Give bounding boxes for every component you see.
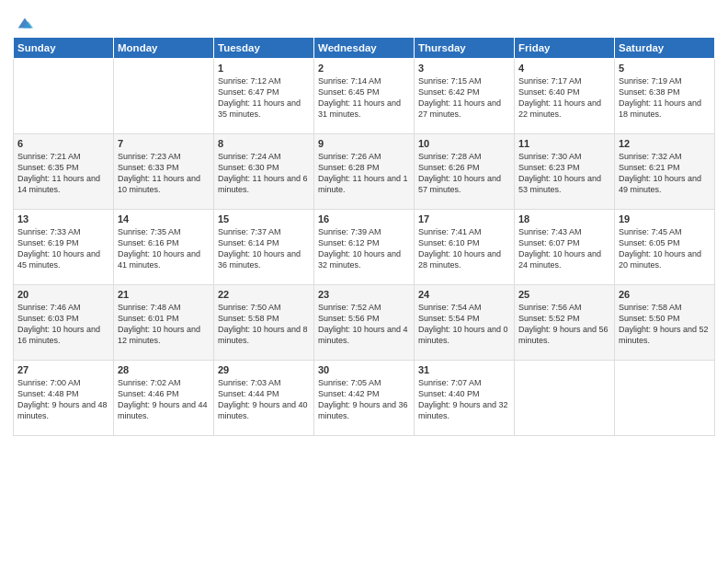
cell-info: Sunrise: 7:37 AMSunset: 6:14 PMDaylight:… <box>218 226 310 271</box>
day-number: 15 <box>218 213 310 224</box>
weekday-header-tuesday: Tuesday <box>214 38 314 59</box>
cell-info: Sunrise: 7:48 AMSunset: 6:01 PMDaylight:… <box>118 302 210 347</box>
day-number: 18 <box>518 213 610 224</box>
weekday-header-thursday: Thursday <box>415 38 515 59</box>
cell-info: Sunrise: 7:54 AMSunset: 5:54 PMDaylight:… <box>418 302 510 347</box>
day-number: 13 <box>17 213 109 224</box>
day-number: 17 <box>418 213 510 224</box>
calendar-table: SundayMondayTuesdayWednesdayThursdayFrid… <box>13 37 715 436</box>
day-number: 5 <box>619 63 711 74</box>
cell-info: Sunrise: 7:28 AMSunset: 6:26 PMDaylight:… <box>418 151 510 196</box>
cell-info: Sunrise: 7:15 AMSunset: 6:42 PMDaylight:… <box>418 75 510 121</box>
cell-info: Sunrise: 7:12 AMSunset: 6:47 PMDaylight:… <box>218 75 310 121</box>
day-number: 28 <box>118 364 210 375</box>
calendar-cell: 30Sunrise: 7:05 AMSunset: 4:42 PMDayligh… <box>314 361 415 436</box>
weekday-header-saturday: Saturday <box>615 38 715 59</box>
week-row-4: 20Sunrise: 7:46 AMSunset: 6:03 PMDayligh… <box>14 285 715 361</box>
calendar-cell: 9Sunrise: 7:26 AMSunset: 6:28 PMDaylight… <box>314 134 415 210</box>
day-number: 11 <box>518 138 610 149</box>
day-number: 21 <box>118 289 210 300</box>
day-number: 20 <box>17 289 109 300</box>
day-number: 22 <box>218 289 310 300</box>
calendar-cell: 6Sunrise: 7:21 AMSunset: 6:35 PMDaylight… <box>14 134 114 210</box>
cell-info: Sunrise: 7:21 AMSunset: 6:35 PMDaylight:… <box>17 151 109 196</box>
calendar-cell: 10Sunrise: 7:28 AMSunset: 6:26 PMDayligh… <box>415 134 515 210</box>
day-number: 16 <box>318 213 410 224</box>
day-number: 30 <box>318 364 410 375</box>
cell-info: Sunrise: 7:45 AMSunset: 6:05 PMDaylight:… <box>619 226 711 271</box>
calendar-cell <box>114 59 214 134</box>
calendar-cell: 5Sunrise: 7:19 AMSunset: 6:38 PMDaylight… <box>615 59 715 134</box>
calendar-cell: 27Sunrise: 7:00 AMSunset: 4:48 PMDayligh… <box>14 361 114 436</box>
day-number: 2 <box>318 63 410 74</box>
day-number: 6 <box>17 138 109 149</box>
weekday-header-sunday: Sunday <box>14 38 114 59</box>
weekday-header-wednesday: Wednesday <box>314 38 415 59</box>
header <box>13 9 715 31</box>
calendar-cell: 13Sunrise: 7:33 AMSunset: 6:19 PMDayligh… <box>14 210 114 285</box>
day-number: 26 <box>619 289 711 300</box>
day-number: 10 <box>418 138 510 149</box>
calendar-cell <box>14 59 114 134</box>
calendar-cell: 2Sunrise: 7:14 AMSunset: 6:45 PMDaylight… <box>314 59 415 134</box>
weekday-header-row: SundayMondayTuesdayWednesdayThursdayFrid… <box>14 38 715 59</box>
calendar-cell: 1Sunrise: 7:12 AMSunset: 6:47 PMDaylight… <box>214 59 314 134</box>
logo <box>13 13 35 31</box>
calendar-cell: 28Sunrise: 7:02 AMSunset: 4:46 PMDayligh… <box>114 361 214 436</box>
day-number: 23 <box>318 289 410 300</box>
cell-info: Sunrise: 7:05 AMSunset: 4:42 PMDaylight:… <box>318 377 410 422</box>
day-number: 19 <box>619 213 711 224</box>
week-row-3: 13Sunrise: 7:33 AMSunset: 6:19 PMDayligh… <box>14 210 715 285</box>
week-row-5: 27Sunrise: 7:00 AMSunset: 4:48 PMDayligh… <box>14 361 715 436</box>
weekday-header-friday: Friday <box>515 38 615 59</box>
cell-info: Sunrise: 7:02 AMSunset: 4:46 PMDaylight:… <box>118 377 210 422</box>
cell-info: Sunrise: 7:32 AMSunset: 6:21 PMDaylight:… <box>619 151 711 196</box>
calendar-cell: 20Sunrise: 7:46 AMSunset: 6:03 PMDayligh… <box>14 285 114 361</box>
cell-info: Sunrise: 7:24 AMSunset: 6:30 PMDaylight:… <box>218 151 310 196</box>
calendar-cell: 11Sunrise: 7:30 AMSunset: 6:23 PMDayligh… <box>515 134 615 210</box>
day-number: 24 <box>418 289 510 300</box>
weekday-header-monday: Monday <box>114 38 214 59</box>
day-number: 12 <box>619 138 711 149</box>
cell-info: Sunrise: 7:26 AMSunset: 6:28 PMDaylight:… <box>318 151 410 196</box>
cell-info: Sunrise: 7:58 AMSunset: 5:50 PMDaylight:… <box>619 302 711 347</box>
cell-info: Sunrise: 7:23 AMSunset: 6:33 PMDaylight:… <box>118 151 210 196</box>
cell-info: Sunrise: 7:14 AMSunset: 6:45 PMDaylight:… <box>318 75 410 121</box>
calendar-cell: 12Sunrise: 7:32 AMSunset: 6:21 PMDayligh… <box>615 134 715 210</box>
cell-info: Sunrise: 7:52 AMSunset: 5:56 PMDaylight:… <box>318 302 410 347</box>
calendar-cell <box>515 361 615 436</box>
day-number: 8 <box>218 138 310 149</box>
calendar-cell: 21Sunrise: 7:48 AMSunset: 6:01 PMDayligh… <box>114 285 214 361</box>
calendar-cell: 15Sunrise: 7:37 AMSunset: 6:14 PMDayligh… <box>214 210 314 285</box>
week-row-1: 1Sunrise: 7:12 AMSunset: 6:47 PMDaylight… <box>14 59 715 134</box>
day-number: 31 <box>418 364 510 375</box>
cell-info: Sunrise: 7:41 AMSunset: 6:10 PMDaylight:… <box>418 226 510 271</box>
cell-info: Sunrise: 7:46 AMSunset: 6:03 PMDaylight:… <box>17 302 109 347</box>
calendar-cell: 25Sunrise: 7:56 AMSunset: 5:52 PMDayligh… <box>515 285 615 361</box>
cell-info: Sunrise: 7:07 AMSunset: 4:40 PMDaylight:… <box>418 377 510 422</box>
calendar-cell <box>615 361 715 436</box>
cell-info: Sunrise: 7:39 AMSunset: 6:12 PMDaylight:… <box>318 226 410 271</box>
cell-info: Sunrise: 7:50 AMSunset: 5:58 PMDaylight:… <box>218 302 310 347</box>
cell-info: Sunrise: 7:00 AMSunset: 4:48 PMDaylight:… <box>17 377 109 422</box>
calendar-cell: 18Sunrise: 7:43 AMSunset: 6:07 PMDayligh… <box>515 210 615 285</box>
calendar-cell: 7Sunrise: 7:23 AMSunset: 6:33 PMDaylight… <box>114 134 214 210</box>
page: SundayMondayTuesdayWednesdayThursdayFrid… <box>0 0 728 563</box>
calendar-cell: 4Sunrise: 7:17 AMSunset: 6:40 PMDaylight… <box>515 59 615 134</box>
calendar-cell: 17Sunrise: 7:41 AMSunset: 6:10 PMDayligh… <box>415 210 515 285</box>
day-number: 27 <box>17 364 109 375</box>
logo-icon <box>15 13 35 33</box>
cell-info: Sunrise: 7:17 AMSunset: 6:40 PMDaylight:… <box>518 75 610 121</box>
day-number: 29 <box>218 364 310 375</box>
cell-info: Sunrise: 7:03 AMSunset: 4:44 PMDaylight:… <box>218 377 310 422</box>
calendar-cell: 31Sunrise: 7:07 AMSunset: 4:40 PMDayligh… <box>415 361 515 436</box>
calendar-cell: 14Sunrise: 7:35 AMSunset: 6:16 PMDayligh… <box>114 210 214 285</box>
calendar-cell: 22Sunrise: 7:50 AMSunset: 5:58 PMDayligh… <box>214 285 314 361</box>
week-row-2: 6Sunrise: 7:21 AMSunset: 6:35 PMDaylight… <box>14 134 715 210</box>
day-number: 7 <box>118 138 210 149</box>
calendar-cell: 26Sunrise: 7:58 AMSunset: 5:50 PMDayligh… <box>615 285 715 361</box>
day-number: 9 <box>318 138 410 149</box>
calendar-cell: 19Sunrise: 7:45 AMSunset: 6:05 PMDayligh… <box>615 210 715 285</box>
day-number: 4 <box>518 63 610 74</box>
cell-info: Sunrise: 7:30 AMSunset: 6:23 PMDaylight:… <box>518 151 610 196</box>
